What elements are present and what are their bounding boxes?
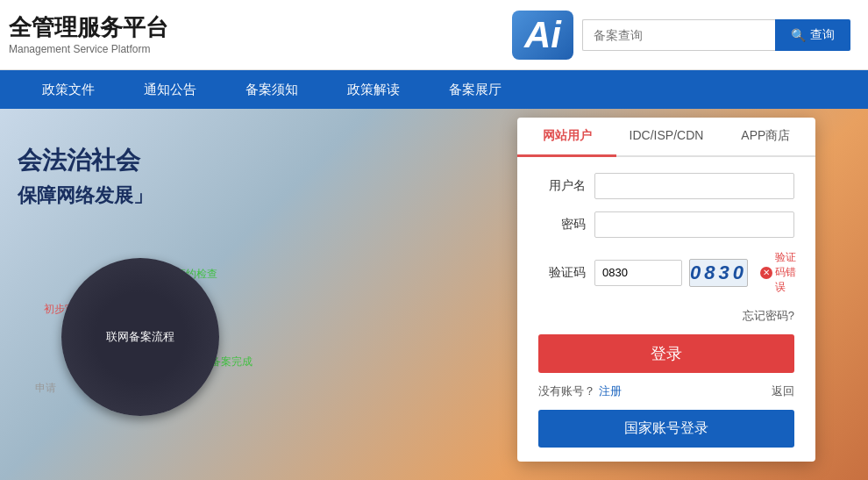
site-logo: 全管理服务平台 Management Service Platform	[9, 14, 168, 55]
search-icon: 🔍	[791, 28, 806, 42]
back-link[interactable]: 返回	[772, 383, 794, 399]
no-account-text: 没有账号？ 注册	[538, 383, 622, 399]
password-label: 密码	[538, 217, 586, 233]
username-input[interactable]	[594, 173, 794, 199]
captcha-error-msg: ✕ 验证码错误	[760, 250, 806, 295]
site-title-cn: 全管理服务平台	[9, 14, 168, 41]
captcha-image[interactable]: 0830	[689, 259, 748, 287]
error-icon: ✕	[760, 267, 772, 279]
username-label: 用户名	[538, 178, 586, 194]
header-right: Ai 🔍 查询	[512, 11, 850, 60]
ai-logo-icon: Ai	[512, 11, 573, 60]
hero-text: 会法治社会 保障网络发展」	[18, 144, 153, 209]
forgot-password-link[interactable]: 忘记密码?	[743, 309, 794, 322]
captcha-input-group: 0830 ✕ 验证码错误	[594, 250, 806, 295]
header: 全管理服务平台 Management Service Platform Ai 🔍…	[0, 0, 868, 70]
nav-item-filing-notice[interactable]: 备案须知	[221, 70, 323, 109]
login-panel: 网站用户 IDC/ISP/CDN APP商店 用户名 密码 验证码 0830	[517, 118, 815, 462]
hero-line1: 会法治社会	[18, 144, 153, 177]
login-bottom-links: 没有账号？ 注册 返回	[538, 383, 794, 399]
password-row: 密码	[538, 211, 794, 238]
flow-circle-label: 联网备案流程	[61, 258, 219, 416]
tab-website-user[interactable]: 网站用户	[517, 118, 616, 157]
search-input[interactable]	[582, 19, 775, 51]
tab-idc-isp-cdn[interactable]: IDC/ISP/CDN	[616, 118, 715, 157]
flow-tag-apply: 申请	[35, 381, 56, 396]
search-box: 🔍 查询	[582, 19, 850, 51]
nav-item-policy-reading[interactable]: 政策解读	[323, 70, 424, 109]
nav-item-notices[interactable]: 通知公告	[119, 70, 221, 109]
main-nav: 政策文件 通知公告 备案须知 政策解读 备案展厅	[0, 70, 868, 109]
captcha-row: 验证码 0830 ✕ 验证码错误	[538, 250, 794, 295]
tab-app-store[interactable]: APP商店	[716, 118, 815, 157]
flow-circle-text: 联网备案流程	[106, 329, 174, 345]
national-login-button[interactable]: 国家账号登录	[538, 410, 794, 448]
error-text: 验证码错误	[775, 250, 806, 295]
username-row: 用户名	[538, 173, 794, 199]
forgot-row: 忘记密码?	[538, 307, 794, 324]
search-btn-label: 查询	[810, 27, 835, 43]
nav-item-policy-docs[interactable]: 政策文件	[18, 70, 119, 109]
login-button[interactable]: 登录	[538, 334, 794, 373]
hero-line2: 保障网络发展」	[18, 183, 153, 209]
search-button[interactable]: 🔍 查询	[775, 19, 850, 51]
login-form: 用户名 密码 验证码 0830 ✕ 验证码错误	[517, 157, 815, 462]
flow-diagram: 初步审核 预约检查 备案完成 申请 1 2 3 4	[35, 232, 281, 433]
hero-section: 会法治社会 保障网络发展」 初步审核 预约检查 备案完成 申请 1 2 3	[0, 109, 868, 480]
captcha-label: 验证码	[538, 265, 586, 281]
captcha-input[interactable]	[594, 260, 682, 286]
site-title-en: Management Service Platform	[9, 43, 168, 55]
login-tabs: 网站用户 IDC/ISP/CDN APP商店	[517, 118, 815, 157]
nav-item-filing-hall[interactable]: 备案展厅	[424, 70, 526, 109]
register-link[interactable]: 注册	[599, 384, 622, 398]
password-input[interactable]	[594, 211, 794, 238]
